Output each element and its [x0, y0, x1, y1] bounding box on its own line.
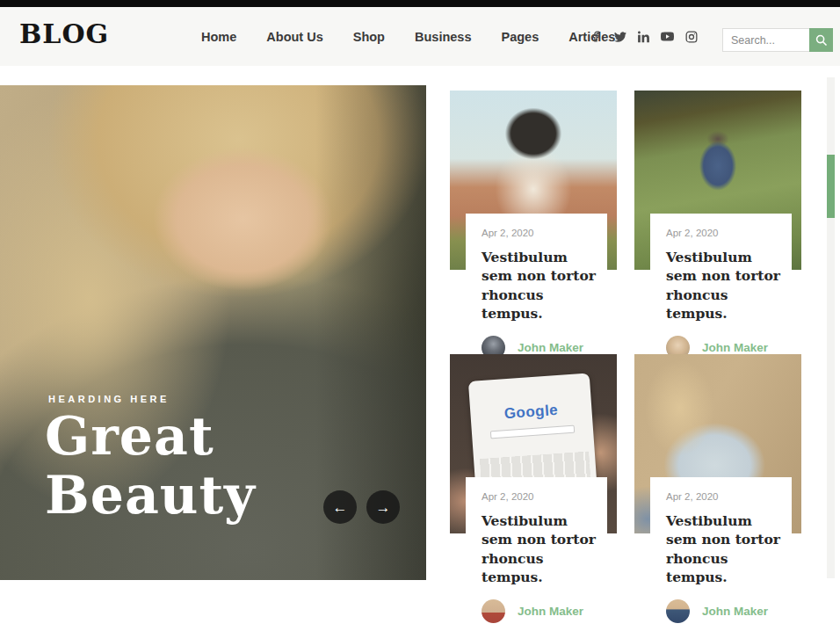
facebook-link[interactable]	[590, 30, 603, 43]
nav-item-about-us[interactable]: About Us	[266, 30, 322, 44]
article-card-1[interactable]: Apr 2, 2020 Vestibulum sem non tortor rh…	[450, 91, 617, 347]
card-title-link[interactable]: Vestibulum sem non tortor rhoncus tempus…	[666, 511, 786, 587]
author-avatar	[666, 599, 690, 623]
hero-slider: HEARDING HERE GreatBeauty ← →	[0, 85, 426, 580]
top-black-bar	[0, 0, 840, 7]
card-title-link[interactable]: Vestibulum sem non tortor rhoncus tempus…	[482, 248, 602, 323]
card-date: Apr 2, 2020	[482, 491, 602, 502]
slider-prev-button[interactable]: ←	[323, 490, 357, 524]
slider-next-button[interactable]: →	[366, 490, 400, 524]
site-logo[interactable]: BLOG	[19, 18, 109, 49]
instagram-icon	[685, 31, 698, 43]
blog-homepage: BLOG Home About Us Shop Business Pages A…	[0, 0, 840, 631]
nav-item-business[interactable]: Business	[415, 30, 471, 44]
card-content: Apr 2, 2020 Vestibulum sem non tortor rh…	[650, 214, 792, 365]
hero-kicker: HEARDING HERE	[48, 394, 170, 404]
youtube-link[interactable]	[661, 30, 674, 43]
google-logo-text: Google	[503, 402, 559, 423]
card-title-link[interactable]: Vestibulum sem non tortor rhoncus tempus…	[666, 248, 786, 323]
instagram-link[interactable]	[684, 30, 698, 43]
search-button[interactable]	[809, 28, 833, 52]
search-input[interactable]	[722, 28, 809, 52]
page-scrollbar-track[interactable]	[827, 77, 835, 578]
card-date: Apr 2, 2020	[666, 491, 786, 502]
card-content: Apr 2, 2020 Vestibulum sem non tortor rh…	[466, 477, 607, 628]
linkedin-link[interactable]	[637, 30, 650, 43]
arrow-left-icon: ←	[333, 500, 348, 515]
youtube-icon	[661, 31, 674, 42]
card-content: Apr 2, 2020 Vestibulum sem non tortor rh…	[650, 477, 792, 628]
linkedin-icon	[638, 31, 650, 43]
nav-item-home[interactable]: Home	[201, 30, 236, 44]
article-card-4[interactable]: Apr 2, 2020 Vestibulum sem non tortor rh…	[634, 354, 801, 611]
tablet-search-bar	[490, 425, 575, 439]
search-icon	[815, 34, 828, 47]
nav-item-pages[interactable]: Pages	[501, 30, 539, 44]
article-card-3[interactable]: Google Apr 2, 2020 Vestibulum sem non to…	[450, 354, 617, 611]
twitter-link[interactable]	[613, 30, 626, 43]
author-avatar	[482, 599, 505, 623]
card-date: Apr 2, 2020	[482, 228, 602, 238]
arrow-right-icon: →	[376, 500, 391, 515]
social-links	[590, 7, 698, 66]
author-name-link[interactable]: John Maker	[702, 605, 768, 618]
twitter-icon	[614, 31, 626, 43]
card-content: Apr 2, 2020 Vestibulum sem non tortor rh…	[466, 214, 607, 365]
search-bar	[722, 28, 833, 52]
card-author-row: John Maker	[482, 599, 602, 628]
author-name-link[interactable]: John Maker	[702, 341, 768, 354]
nav-item-shop[interactable]: Shop	[353, 30, 385, 44]
card-author-row: John Maker	[666, 599, 786, 628]
hero-title-line1: Great	[45, 405, 214, 467]
hero-title-line2: Beauty	[45, 464, 256, 526]
author-name-link[interactable]: John Maker	[518, 341, 583, 354]
page-scrollbar-thumb[interactable]	[827, 155, 835, 218]
main-nav: Home About Us Shop Business Pages Articl…	[201, 7, 615, 66]
card-date: Apr 2, 2020	[666, 228, 786, 238]
author-name-link[interactable]: John Maker	[518, 605, 583, 618]
card-title-link[interactable]: Vestibulum sem non tortor rhoncus tempus…	[482, 511, 602, 587]
facebook-icon	[590, 31, 602, 42]
article-card-2[interactable]: Apr 2, 2020 Vestibulum sem non tortor rh…	[634, 91, 801, 347]
site-header: BLOG Home About Us Shop Business Pages A…	[0, 7, 840, 66]
hero-title: GreatBeauty	[45, 407, 256, 525]
